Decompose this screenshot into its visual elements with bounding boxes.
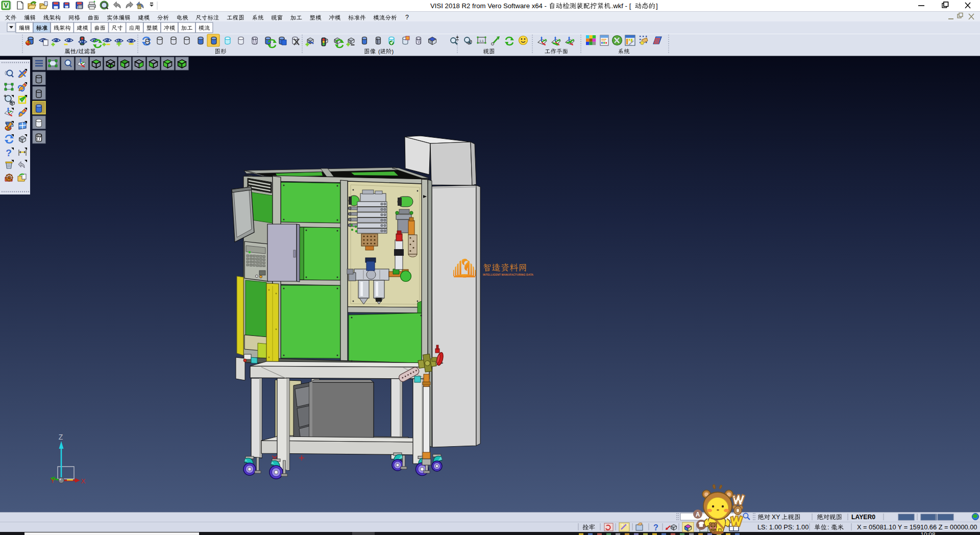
svg-text:?: ? xyxy=(6,148,12,158)
svg-text:LAYER0: LAYER0 xyxy=(851,514,875,521)
svg-text:VISI 2018 R2 from Vero Softwar: VISI 2018 R2 from Vero Software x64 - xyxy=(430,2,547,10)
svg-text:10:08: 10:08 xyxy=(921,531,936,535)
svg-text:LS: 1.00 PS: 1.00: LS: 1.00 PS: 1.00 xyxy=(757,523,808,531)
svg-text:X: X xyxy=(81,477,86,485)
svg-text::: : xyxy=(827,524,829,531)
svg-text:A: A xyxy=(696,511,700,518)
svg-text:(: ( xyxy=(378,48,380,55)
svg-text:?: ? xyxy=(653,523,658,532)
svg-text:XY: XY xyxy=(772,514,780,521)
svg-text:): ) xyxy=(392,48,394,55)
svg-text:INTELLIGENT MANUFACTURING DATA: INTELLIGENT MANUFACTURING DATA xyxy=(483,273,533,276)
svg-text:?: ? xyxy=(405,14,409,21)
svg-text:V: V xyxy=(4,2,8,9)
svg-text:1:1: 1:1 xyxy=(479,39,484,42)
svg-text:.wkf - [: .wkf - [ xyxy=(611,2,631,10)
svg-text:]: ] xyxy=(656,2,658,10)
svg-text:Y: Y xyxy=(51,477,55,484)
svg-text:Z: Z xyxy=(59,433,63,441)
svg-text:X = 05081.10 Y = 15910.66 Z =: X = 05081.10 Y = 15910.66 Z = 00000.00 xyxy=(857,523,977,531)
